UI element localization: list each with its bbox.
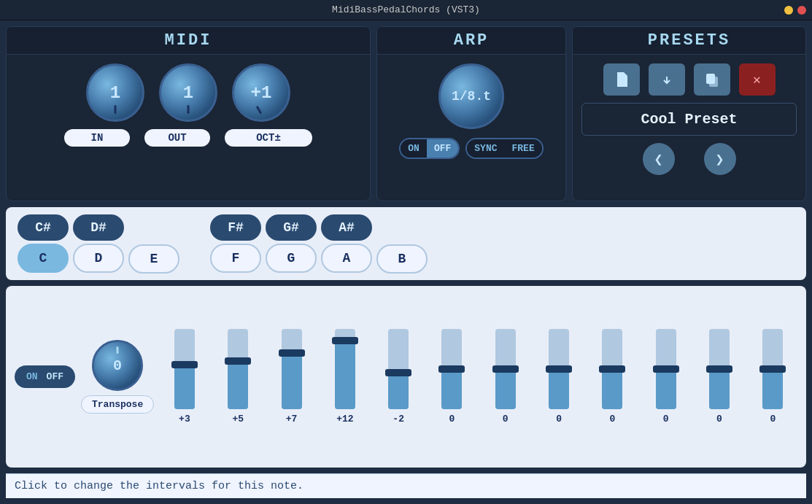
slider-value-2: +7	[286, 414, 298, 424]
preset-delete-button[interactable]: ✕	[739, 63, 776, 96]
key-gsharp[interactable]: G#	[266, 214, 317, 241]
arp-toggles: ON OFF SYNC FREE	[399, 138, 543, 159]
preset-prev-button[interactable]: ❮	[643, 143, 675, 175]
slider-thumb-7[interactable]	[546, 365, 572, 373]
bottom-onoff-toggle[interactable]: ON OFF	[15, 365, 75, 388]
midi-out-label: OUT	[144, 129, 210, 147]
midi-out-group: 1	[159, 63, 217, 122]
key-g[interactable]: G	[266, 244, 317, 273]
keys-row: C# C D# D E F# F G# G A# A B	[6, 207, 806, 280]
slider-fill-8	[602, 369, 622, 409]
slider-track-0[interactable]	[174, 329, 195, 409]
midi-panel: MIDI 1 1 +1	[6, 26, 371, 201]
slider-col-4: -2	[374, 329, 422, 424]
arp-off-option: OFF	[427, 139, 458, 158]
midi-out-knob[interactable]: 1	[159, 63, 217, 122]
transpose-value: 0	[113, 357, 122, 374]
midi-in-knob[interactable]: 1	[86, 63, 144, 122]
midi-oct-group: +1	[232, 63, 290, 122]
slider-track-9[interactable]	[656, 329, 676, 409]
key-fsharp[interactable]: F#	[210, 214, 261, 241]
chevron-left-icon: ❮	[654, 150, 662, 168]
arp-syncfree-toggle[interactable]: SYNC FREE	[465, 138, 543, 159]
key-e-group: E	[128, 214, 179, 274]
slider-fill-7	[549, 369, 569, 409]
slider-col-10: 0	[695, 329, 743, 424]
slider-thumb-5[interactable]	[438, 365, 465, 373]
minimize-button[interactable]	[784, 6, 793, 15]
slider-value-11: 0	[770, 414, 776, 424]
key-c[interactable]: C	[18, 244, 69, 273]
preset-name-display: Cool Preset	[581, 103, 797, 136]
transpose-knob[interactable]: 0	[92, 340, 143, 391]
preset-nav: ❮ ❯	[643, 143, 736, 175]
bottom-off-label: OFF	[42, 370, 68, 384]
arp-on-option: ON	[401, 139, 427, 158]
slider-thumb-11[interactable]	[759, 365, 786, 373]
transpose-group: 0 Transpose	[81, 340, 154, 414]
key-e[interactable]: E	[128, 244, 179, 274]
key-a-group: A# A	[321, 214, 372, 273]
slider-value-4: -2	[393, 414, 404, 424]
slider-track-2[interactable]	[282, 329, 302, 409]
main-content: MIDI 1 1 +1	[0, 20, 812, 504]
arp-rate-value: 1/8.t	[452, 89, 491, 104]
key-asharp[interactable]: A#	[321, 214, 372, 241]
slider-track-11[interactable]	[762, 329, 783, 409]
slider-track-8[interactable]	[602, 329, 622, 409]
preset-new-button[interactable]	[603, 63, 640, 96]
slider-track-10[interactable]	[709, 329, 730, 409]
slider-track-7[interactable]	[549, 329, 569, 409]
key-dsharp[interactable]: D#	[73, 214, 124, 241]
slider-value-6: 0	[503, 414, 509, 424]
key-a[interactable]: A	[321, 244, 372, 273]
status-bar: Click to change the intervals for this n…	[6, 473, 806, 498]
key-csharp[interactable]: C#	[18, 214, 69, 241]
slider-track-5[interactable]	[441, 329, 462, 409]
svg-rect-2	[706, 74, 715, 84]
preset-copy-button[interactable]	[694, 63, 730, 96]
window-title: MidiBassPedalChords (VST3)	[332, 4, 480, 15]
slider-track-1[interactable]	[228, 329, 248, 409]
slider-thumb-0[interactable]	[171, 361, 198, 368]
preset-save-button[interactable]	[649, 63, 685, 96]
midi-in-value: 1	[110, 83, 120, 103]
slider-col-6: 0	[481, 329, 530, 424]
presets-panel: PRESETS	[572, 26, 806, 201]
slider-col-8: 0	[588, 329, 637, 424]
preset-next-button[interactable]: ❯	[704, 143, 736, 175]
slider-col-0: +3	[160, 329, 209, 424]
midi-knobs: 1 1 +1	[86, 63, 290, 122]
arp-header: ARP	[377, 27, 565, 55]
slider-thumb-10[interactable]	[706, 365, 732, 373]
slider-thumb-8[interactable]	[599, 365, 625, 373]
key-f[interactable]: F	[210, 244, 261, 273]
chevron-right-icon: ❯	[715, 150, 724, 168]
slider-track-4[interactable]	[388, 329, 409, 409]
presets-title: PRESETS	[648, 31, 730, 50]
arp-onoff-toggle[interactable]: ON OFF	[399, 138, 460, 159]
slider-thumb-1[interactable]	[225, 357, 251, 365]
presets-body: ✕ Cool Preset ❮ ❯	[573, 55, 805, 184]
slider-col-11: 0	[749, 329, 797, 424]
slider-thumb-9[interactable]	[653, 365, 679, 373]
midi-oct-knob[interactable]: +1	[232, 63, 290, 122]
slider-thumb-6[interactable]	[492, 365, 519, 373]
slider-track-6[interactable]	[495, 329, 516, 409]
close-button[interactable]	[797, 6, 806, 15]
arp-rate-knob[interactable]: 1/8.t	[438, 63, 504, 129]
slider-thumb-3[interactable]	[332, 337, 358, 344]
slider-value-9: 0	[663, 414, 669, 424]
slider-col-3: +12	[320, 329, 369, 424]
key-c-group: C# C	[18, 214, 69, 273]
delete-icon: ✕	[753, 71, 761, 88]
slider-thumb-4[interactable]	[385, 369, 411, 376]
midi-out-value: 1	[183, 83, 193, 103]
key-d[interactable]: D	[73, 244, 124, 273]
key-b[interactable]: B	[376, 244, 428, 274]
slider-track-3[interactable]	[335, 329, 355, 409]
slider-fill-3	[335, 341, 355, 409]
slider-value-0: +3	[179, 414, 190, 424]
slider-col-5: 0	[428, 329, 476, 424]
slider-thumb-2[interactable]	[279, 349, 305, 357]
